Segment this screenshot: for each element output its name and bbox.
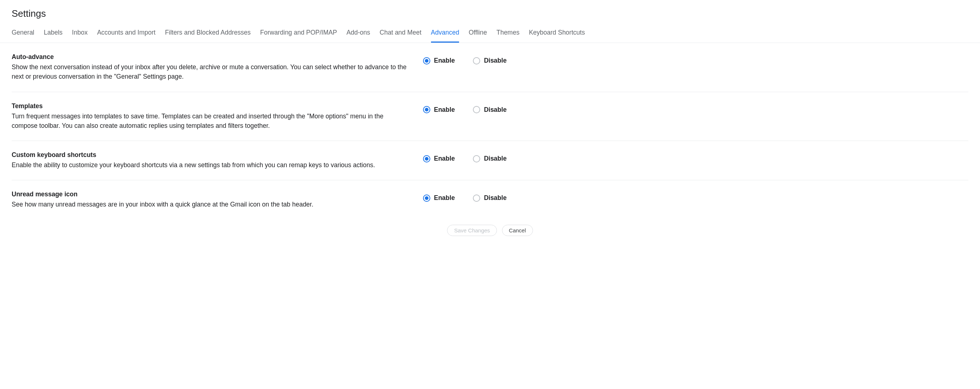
setting-text: Auto-advanceShow the next conversation i…	[12, 53, 409, 81]
radio-label: Disable	[484, 194, 506, 202]
tab-general[interactable]: General	[12, 24, 34, 43]
radio-disable-auto-advance[interactable]: Disable	[473, 57, 506, 64]
setting-description: Turn frequent messages into templates to…	[12, 112, 409, 131]
setting-description: Show the next conversation instead of yo…	[12, 62, 409, 81]
tab-themes[interactable]: Themes	[496, 24, 520, 43]
setting-controls: EnableDisable	[423, 151, 507, 163]
setting-title: Unread message icon	[12, 190, 409, 198]
setting-title: Templates	[12, 102, 409, 110]
tab-chat[interactable]: Chat and Meet	[380, 24, 422, 43]
radio-icon	[423, 57, 430, 64]
radio-icon	[423, 106, 430, 113]
setting-title: Auto-advance	[12, 53, 409, 61]
radio-enable-unread-message-icon[interactable]: Enable	[423, 194, 455, 202]
setting-controls: EnableDisable	[423, 190, 507, 202]
radio-disable-unread-message-icon[interactable]: Disable	[473, 194, 506, 202]
setting-description: See how many unread messages are in your…	[12, 199, 409, 209]
radio-icon	[473, 194, 480, 202]
radio-label: Enable	[434, 106, 455, 114]
radio-icon	[473, 57, 480, 64]
setting-description: Enable the ability to customize your key…	[12, 160, 409, 170]
radio-label: Enable	[434, 155, 455, 163]
save-changes-button[interactable]: Save Changes	[447, 225, 496, 236]
tab-addons[interactable]: Add-ons	[347, 24, 370, 43]
settings-tabs: GeneralLabelsInboxAccounts and ImportFil…	[0, 24, 980, 43]
setting-text: Custom keyboard shortcutsEnable the abil…	[12, 151, 409, 170]
radio-enable-custom-keyboard-shortcuts[interactable]: Enable	[423, 155, 455, 163]
tab-shortcuts[interactable]: Keyboard Shortcuts	[529, 24, 585, 43]
tab-offline[interactable]: Offline	[469, 24, 487, 43]
cancel-button[interactable]: Cancel	[502, 225, 533, 236]
radio-label: Enable	[434, 57, 455, 64]
tab-labels[interactable]: Labels	[44, 24, 63, 43]
radio-icon	[423, 194, 430, 202]
page-header: Settings	[0, 0, 980, 24]
setting-row-auto-advance: Auto-advanceShow the next conversation i…	[12, 43, 968, 92]
page-title: Settings	[12, 8, 968, 19]
radio-disable-custom-keyboard-shortcuts[interactable]: Disable	[473, 155, 506, 163]
radio-enable-templates[interactable]: Enable	[423, 106, 455, 114]
radio-label: Disable	[484, 155, 506, 163]
setting-row-templates: TemplatesTurn frequent messages into tem…	[12, 92, 968, 141]
tab-accounts[interactable]: Accounts and Import	[97, 24, 156, 43]
setting-text: TemplatesTurn frequent messages into tem…	[12, 102, 409, 131]
radio-label: Disable	[484, 106, 506, 114]
radio-icon	[473, 155, 480, 163]
radio-label: Enable	[434, 194, 455, 202]
radio-icon	[423, 155, 430, 163]
setting-controls: EnableDisable	[423, 53, 507, 64]
radio-label: Disable	[484, 57, 506, 64]
tab-forwarding[interactable]: Forwarding and POP/IMAP	[260, 24, 337, 43]
tab-inbox[interactable]: Inbox	[72, 24, 88, 43]
setting-row-unread-message-icon: Unread message iconSee how many unread m…	[12, 180, 968, 219]
tab-filters[interactable]: Filters and Blocked Addresses	[165, 24, 250, 43]
settings-page: Settings GeneralLabelsInboxAccounts and …	[0, 0, 980, 243]
setting-title: Custom keyboard shortcuts	[12, 151, 409, 159]
setting-text: Unread message iconSee how many unread m…	[12, 190, 409, 209]
setting-row-custom-keyboard-shortcuts: Custom keyboard shortcutsEnable the abil…	[12, 141, 968, 180]
radio-icon	[473, 106, 480, 113]
radio-enable-auto-advance[interactable]: Enable	[423, 57, 455, 64]
tab-advanced[interactable]: Advanced	[431, 24, 460, 43]
settings-body: Auto-advanceShow the next conversation i…	[0, 43, 980, 220]
radio-disable-templates[interactable]: Disable	[473, 106, 506, 114]
setting-controls: EnableDisable	[423, 102, 507, 114]
action-bar: Save Changes Cancel	[0, 220, 980, 243]
